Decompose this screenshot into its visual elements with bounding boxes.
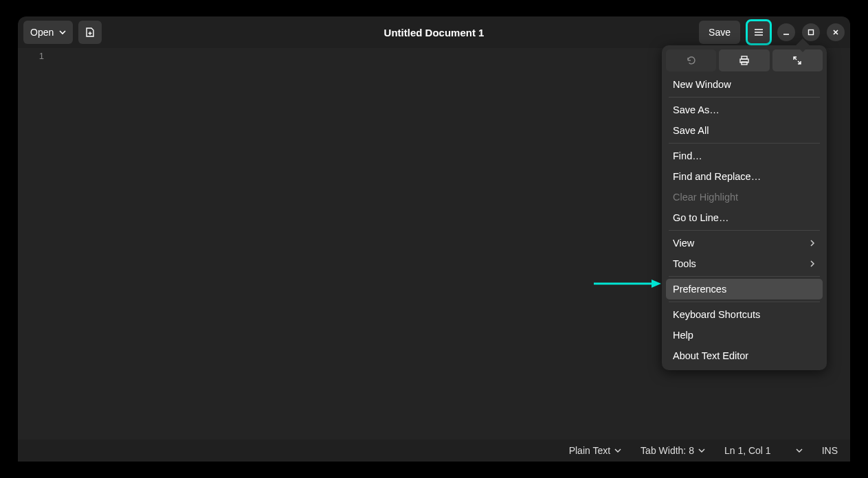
chevron-down-icon: [796, 447, 803, 454]
svg-rect-0: [809, 30, 814, 35]
menu-goto-line[interactable]: Go to Line…: [666, 207, 823, 228]
maximize-button[interactable]: [802, 23, 820, 41]
menu-find-replace[interactable]: Find and Replace…: [666, 166, 823, 187]
hamburger-menu-popover: New Window Save As… Save All Find… Find …: [662, 45, 827, 370]
new-tab-button[interactable]: [78, 21, 102, 44]
insert-mode[interactable]: INS: [822, 445, 838, 456]
menu-tools[interactable]: Tools: [666, 253, 823, 274]
fullscreen-button[interactable]: [772, 49, 823, 71]
menu-preferences[interactable]: Preferences: [666, 279, 823, 299]
menu-separator: [669, 143, 820, 144]
headerbar: Open Untitled Document 1 Save: [18, 16, 850, 48]
reload-icon: [686, 55, 697, 66]
menu-separator: [669, 97, 820, 98]
chevron-down-icon: [59, 29, 66, 36]
maximize-icon: [807, 28, 815, 36]
menu-about[interactable]: About Text Editor: [666, 345, 823, 366]
close-icon: [832, 28, 840, 36]
tab-width-selector[interactable]: Tab Width: 8: [641, 445, 705, 456]
hamburger-menu-button[interactable]: [747, 21, 770, 44]
line-number: 1: [18, 51, 44, 61]
close-button[interactable]: [827, 23, 845, 41]
menu-keyboard-shortcuts[interactable]: Keyboard Shortcuts: [666, 304, 823, 325]
print-icon: [739, 55, 750, 66]
menu-clear-highlight: Clear Highlight: [666, 187, 823, 207]
menu-view[interactable]: View: [666, 233, 823, 253]
new-document-icon: [85, 27, 96, 38]
menu-separator: [669, 301, 820, 302]
minimize-button[interactable]: [777, 23, 795, 41]
menu-save-all[interactable]: Save All: [666, 120, 823, 141]
menu-find[interactable]: Find…: [666, 146, 823, 166]
chevron-down-icon: [698, 447, 705, 454]
chevron-right-icon: [809, 260, 816, 267]
menu-help[interactable]: Help: [666, 325, 823, 345]
reload-button[interactable]: [666, 49, 716, 71]
minimize-icon: [782, 28, 790, 36]
open-button[interactable]: Open: [23, 21, 73, 44]
language-selector[interactable]: Plain Text: [569, 445, 621, 456]
open-button-label: Open: [30, 27, 54, 38]
print-button[interactable]: [719, 49, 769, 71]
menu-separator: [669, 276, 820, 277]
menu-separator: [669, 230, 820, 231]
statusbar: Plain Text Tab Width: 8 Ln 1, Col 1 INS: [18, 440, 850, 462]
chevron-right-icon: [809, 240, 816, 247]
menu-icon-row: [666, 49, 823, 71]
menu-new-window[interactable]: New Window: [666, 74, 823, 95]
save-button[interactable]: Save: [699, 21, 740, 44]
cursor-position[interactable]: Ln 1, Col 1: [724, 445, 803, 456]
line-gutter: 1: [18, 48, 51, 440]
menu-save-as[interactable]: Save As…: [666, 100, 823, 120]
hamburger-icon: [753, 27, 764, 38]
svg-rect-3: [742, 62, 747, 65]
chevron-down-icon: [614, 447, 621, 454]
fullscreen-icon: [792, 55, 803, 66]
